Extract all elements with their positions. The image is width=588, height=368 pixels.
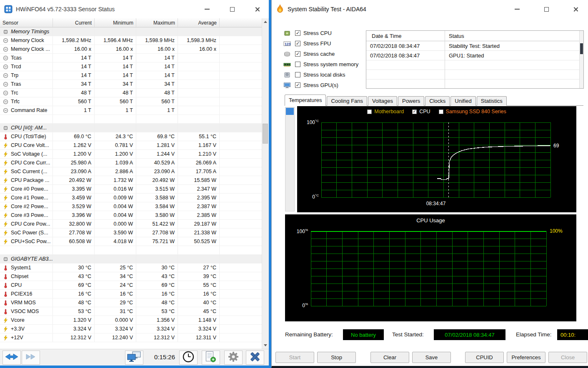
nav-arrows-button[interactable]: [3, 351, 21, 365]
sensor-row[interactable]: Trp14 T14 T14 T: [0, 71, 269, 80]
log-row[interactable]: [366, 60, 583, 70]
remote-monitoring-button[interactable]: [125, 351, 143, 365]
hwinfo-titlebar[interactable]: HWiNFO64 v5.72-3333 Sensor Status: [0, 0, 269, 18]
legend-item-cpu[interactable]: ✓CPU: [412, 109, 430, 114]
stress-option-disk[interactable]: Stress local disks: [283, 71, 358, 78]
stress-option-cpu[interactable]: ✓Stress CPU: [283, 30, 358, 37]
sensor-section-row[interactable]: CPU [#0]: AM...: [0, 124, 269, 132]
column-header-minimum[interactable]: Minimum: [95, 18, 136, 27]
stress-option-cache[interactable]: ✓Stress cache: [283, 50, 358, 57]
stress-option-checkbox[interactable]: ✓: [295, 41, 300, 46]
sensor-row[interactable]: Memory Clock ...16.00 x16.00 x16.00 x16.…: [0, 45, 269, 54]
cpuid-button[interactable]: CPUID: [465, 352, 504, 363]
log-row[interactable]: 07/02/2018 08:34:47GPU1: Started: [366, 51, 583, 60]
tab-voltages[interactable]: Voltages: [368, 96, 397, 106]
legend-checkbox[interactable]: ✓: [412, 109, 417, 114]
clock-button[interactable]: [179, 351, 198, 365]
column-header-maximum[interactable]: Maximum: [136, 18, 178, 27]
log-scrollbar[interactable]: [579, 31, 583, 88]
sensor-row[interactable]: Core #1 Powe...3.459 W0.009 W3.588 W2.39…: [0, 194, 269, 202]
legend-item-motherboard[interactable]: Motherboard: [367, 109, 404, 114]
aida-close-button[interactable]: [572, 6, 579, 12]
sensor-row[interactable]: VSOC MOS53 °C31 °C53 °C45 °C: [0, 307, 269, 316]
sensor-section-row[interactable]: Memory Timings: [0, 27, 269, 36]
legend-checkbox[interactable]: [439, 109, 443, 114]
sensor-table-scrollbar[interactable]: [262, 18, 269, 349]
chart-scrollbar-thumb[interactable]: [286, 108, 294, 115]
log-column-datetime[interactable]: Date & Time: [366, 33, 445, 39]
sensor-row[interactable]: PCIEX1616 °C16 °C16 °C16 °C: [0, 290, 269, 298]
log-row[interactable]: 07/02/2018 08:34:47Stability Test: Start…: [366, 41, 583, 51]
tab-powers[interactable]: Powers: [398, 96, 424, 106]
settings-button[interactable]: [224, 351, 243, 365]
sensor-row[interactable]: CPU69 °C24 °C69 °C55 °C: [0, 281, 269, 290]
aida-titlebar[interactable]: System Stability Test - AIDA64: [272, 0, 588, 18]
sensor-row[interactable]: +3.3V3.324 V3.324 V3.324 V3.324 V: [0, 325, 269, 333]
sensor-row[interactable]: Command Rate1 T1 T1 T: [0, 106, 269, 115]
sensor-row[interactable]: CPU Core Volt...1.262 V0.781 V1.281 V1.1…: [0, 141, 269, 150]
stress-option-memory[interactable]: Stress system memory: [283, 61, 358, 68]
clear-button[interactable]: Clear: [370, 352, 409, 363]
sensor-row[interactable]: Vcore1.320 V0.000 V1.356 V1.148 V: [0, 316, 269, 325]
sensor-row[interactable]: Tcas14 T14 T14 T: [0, 54, 269, 62]
report-button[interactable]: [202, 351, 220, 365]
sensor-value: 0.000 W: [95, 220, 136, 228]
tab-cooling-fans[interactable]: Cooling Fans: [327, 96, 367, 106]
sensor-row[interactable]: System130 °C25 °C30 °C27 °C: [0, 264, 269, 272]
sensor-row[interactable]: CPU Core Curr...25.980 A1.039 A40.529 A2…: [0, 159, 269, 167]
sensor-row[interactable]: Trcd14 T14 T14 T: [0, 62, 269, 71]
close-sensors-button[interactable]: [246, 351, 264, 365]
tab-statistics[interactable]: Statistics: [477, 96, 507, 106]
legend-item-samsung-ssd-840-series[interactable]: Samsung SSD 840 Series: [439, 109, 506, 114]
sensor-row[interactable]: Memory Clock1,598.2 MHz1,596.4 MHz1,598.…: [0, 36, 269, 45]
aida-minimize-button[interactable]: [514, 6, 520, 12]
preferences-button[interactable]: Preferences: [507, 352, 545, 363]
tab-unified[interactable]: Unified: [450, 96, 475, 106]
sensor-row[interactable]: SoC Power (S...27.708 W3.590 W27.708 W21…: [0, 229, 269, 237]
stress-option-checkbox[interactable]: ✓: [295, 82, 300, 88]
sensor-row[interactable]: Chipset43 °C34 °C43 °C39 °C: [0, 272, 269, 281]
sensor-row[interactable]: Core #0 Powe...3.395 W0.016 W3.515 W2.34…: [0, 185, 269, 194]
log-row[interactable]: [366, 70, 583, 80]
stress-option-checkbox[interactable]: [295, 62, 300, 67]
sensor-row[interactable]: Trfc560 T560 T560 T: [0, 97, 269, 106]
sensor-row[interactable]: Core #3 Powe...3.396 W0.004 W3.580 W2.38…: [0, 211, 269, 220]
column-header-average[interactable]: Average: [178, 18, 220, 27]
stress-option-checkbox[interactable]: ✓: [295, 30, 300, 36]
sensor-row[interactable]: VRM MOS48 °C29 °C48 °C40 °C: [0, 298, 269, 307]
aida-maximize-button[interactable]: [543, 6, 550, 12]
sensor-value: 69 °C: [136, 281, 178, 289]
stress-option-fpu[interactable]: 123✓Stress FPU: [283, 40, 358, 47]
tab-clocks[interactable]: Clocks: [425, 96, 450, 106]
stress-option-gpu[interactable]: ✓Stress GPU(s): [283, 82, 358, 89]
stop-button[interactable]: Stop: [317, 352, 356, 363]
sensor-section-row[interactable]: GIGABYTE AB3...: [0, 255, 269, 264]
column-header-current[interactable]: Current: [53, 18, 95, 27]
hwinfo-maximize-button[interactable]: [229, 6, 235, 12]
scroll-up-icon[interactable]: [262, 18, 269, 25]
sensor-row[interactable]: CPU Package ...20.492 W1.732 W20.492 W15…: [0, 176, 269, 185]
tab-temperatures[interactable]: Temperatures: [285, 94, 326, 106]
sensor-row[interactable]: +12V12.312 V12.240 V12.312 V12.311 V: [0, 333, 269, 342]
stress-option-checkbox[interactable]: ✓: [295, 51, 300, 57]
hwinfo-close-button[interactable]: [254, 6, 260, 12]
chart-scrollbar[interactable]: [285, 107, 295, 211]
log-scrollbar-thumb[interactable]: [580, 43, 583, 54]
save-button[interactable]: Save: [412, 352, 451, 363]
sensor-row[interactable]: Core #2 Powe...3.529 W0.004 W3.584 W2.38…: [0, 202, 269, 211]
legend-checkbox[interactable]: [367, 109, 372, 114]
scroll-down-icon[interactable]: [262, 342, 269, 349]
column-header-sensor[interactable]: Sensor: [0, 18, 53, 27]
sensor-row[interactable]: Trc48 T48 T48 T: [0, 89, 269, 97]
stress-option-checkbox[interactable]: [295, 72, 300, 77]
sensor-row[interactable]: SoC Current (...23.090 A2.886 A23.090 A1…: [0, 167, 269, 176]
sensor-row[interactable]: CPU Core Pow...32.800 W0.000 W51.422 W29…: [0, 220, 269, 229]
nav-forward-button[interactable]: [22, 351, 40, 365]
scrollbar-thumb[interactable]: [263, 124, 268, 144]
sensor-row[interactable]: CPU+SoC Pow...60.508 W4.018 W75.721 W50.…: [0, 237, 269, 246]
sensor-row[interactable]: Tras34 T34 T34 T: [0, 80, 269, 89]
hwinfo-minimize-button[interactable]: [204, 6, 210, 12]
sensor-row[interactable]: CPU (Tctl/Tdie)69.0 °C24.3 °C69.8 °C55.1…: [0, 132, 269, 141]
log-column-status[interactable]: Status: [445, 33, 583, 39]
sensor-row[interactable]: SoC Voltage (...1.200 V1.200 V1.244 V1.2…: [0, 150, 269, 159]
